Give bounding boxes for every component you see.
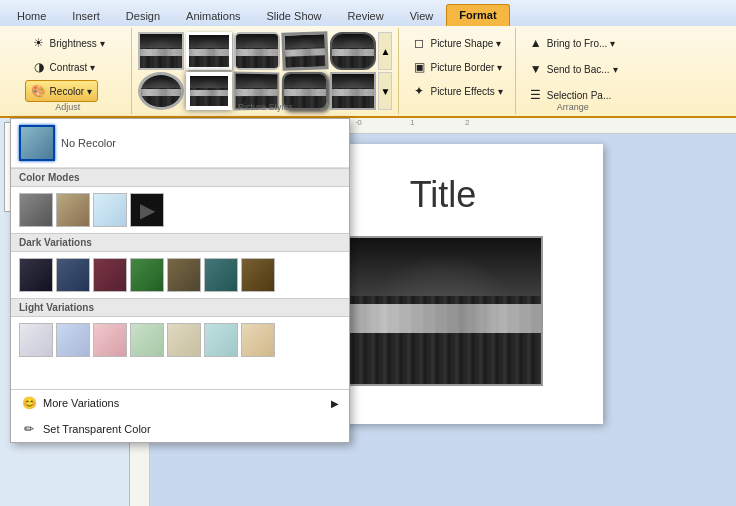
- tab-home[interactable]: Home: [4, 4, 59, 26]
- swatch-light5[interactable]: [167, 323, 201, 357]
- ribbon: ☀ Brightness ▾ ◑ Contrast ▾ 🎨 Recol: [0, 26, 736, 118]
- color-modes-label: Color Modes: [11, 168, 349, 187]
- swatch-dark4[interactable]: [130, 258, 164, 292]
- arrange-label: Arrange: [516, 102, 630, 112]
- shape-icon: ◻: [411, 35, 427, 51]
- picture-styles-label: Picture Styles: [132, 102, 398, 112]
- no-recolor-section: No Recolor: [11, 119, 349, 168]
- tab-insert[interactable]: Insert: [59, 4, 113, 26]
- border-row: ▣ Picture Border ▾: [405, 56, 508, 78]
- brightness-icon: ☀: [31, 35, 47, 51]
- styles-scroll-up[interactable]: ▲: [378, 32, 392, 70]
- more-variations-icon: 😊: [21, 395, 37, 411]
- slide-title: Title: [410, 174, 477, 216]
- light-variations-label: Light Variations: [11, 298, 349, 317]
- set-transparent-icon: ✏: [21, 421, 37, 437]
- swatch-dark3[interactable]: [93, 258, 127, 292]
- border-icon: ▣: [411, 59, 427, 75]
- swatch-light3[interactable]: [93, 323, 127, 357]
- swatch-dark7[interactable]: [241, 258, 275, 292]
- more-variations-label: More Variations: [43, 397, 119, 409]
- send-to-back-button[interactable]: ▼ Send to Bac... ▾: [522, 58, 624, 80]
- swatch-sepia[interactable]: [56, 193, 90, 227]
- bring-to-front-row: ▲ Bring to Fro... ▾: [522, 32, 624, 54]
- swatch-grayscale[interactable]: [19, 193, 53, 227]
- ruler-tick-1: 1: [410, 118, 414, 127]
- no-recolor-thumb[interactable]: [19, 125, 55, 161]
- dark-variations-label: Dark Variations: [11, 233, 349, 252]
- recolor-button[interactable]: 🎨 Recolor ▾: [25, 80, 98, 102]
- slide-image[interactable]: [343, 236, 543, 386]
- light-variations-swatches: [11, 317, 349, 363]
- picture-style-5[interactable]: [330, 32, 376, 70]
- swatch-light4[interactable]: [130, 323, 164, 357]
- swatch-light6[interactable]: [204, 323, 238, 357]
- more-variations-item[interactable]: 😊 More Variations ▶: [11, 390, 349, 416]
- picture-style-1[interactable]: [138, 32, 184, 70]
- swatch-dark1[interactable]: [19, 258, 53, 292]
- ribbon-group-picture-styles: ▲: [132, 28, 399, 114]
- tab-review[interactable]: Review: [335, 4, 397, 26]
- no-recolor-label: No Recolor: [61, 137, 116, 149]
- ribbon-tabs: Home Insert Design Animations Slide Show…: [0, 0, 736, 26]
- ruler-tick-0: ·0: [355, 118, 362, 127]
- swatch-dark2[interactable]: [56, 258, 90, 292]
- tab-slideshow[interactable]: Slide Show: [254, 4, 335, 26]
- tab-design[interactable]: Design: [113, 4, 173, 26]
- color-modes-swatches: ▶: [11, 187, 349, 233]
- forest-image: [345, 238, 541, 384]
- bring-front-icon: ▲: [528, 35, 544, 51]
- dropdown-scroll[interactable]: No Recolor Color Modes ▶ Dark Variations: [11, 119, 349, 389]
- app-container: Home Insert Design Animations Slide Show…: [0, 0, 736, 506]
- set-transparent-item[interactable]: ✏ Set Transparent Color: [11, 416, 349, 442]
- tab-animations[interactable]: Animations: [173, 4, 253, 26]
- picture-shape-button[interactable]: ◻ Picture Shape ▾: [405, 32, 507, 54]
- swatch-washout[interactable]: [93, 193, 127, 227]
- picture-effects-button[interactable]: ✦ Picture Effects ▾: [405, 80, 508, 102]
- swatch-dark5[interactable]: [167, 258, 201, 292]
- effects-icon: ✦: [411, 83, 427, 99]
- swatch-black[interactable]: ▶: [130, 193, 164, 227]
- picture-options-content: ◻ Picture Shape ▾ ▣ Picture Border ▾ ✦: [405, 30, 508, 118]
- border-label: Picture Border: [430, 62, 494, 73]
- tab-format[interactable]: Format: [446, 4, 509, 26]
- brightness-button[interactable]: ☀ Brightness ▾: [25, 32, 111, 54]
- adjust-row-2: ◑ Contrast ▾: [25, 56, 111, 78]
- send-to-back-row: ▼ Send to Bac... ▾: [522, 58, 624, 80]
- bring-to-front-button[interactable]: ▲ Bring to Fro... ▾: [522, 32, 622, 54]
- tab-view[interactable]: View: [397, 4, 447, 26]
- ribbon-group-picture-options: ◻ Picture Shape ▾ ▣ Picture Border ▾ ✦: [399, 28, 515, 114]
- more-variations-arrow: ▶: [331, 398, 339, 409]
- picture-style-3[interactable]: [234, 32, 280, 70]
- send-back-icon: ▼: [528, 61, 544, 77]
- swatch-light7[interactable]: [241, 323, 275, 357]
- shape-row: ◻ Picture Shape ▾: [405, 32, 508, 54]
- contrast-button[interactable]: ◑ Contrast ▾: [25, 56, 102, 78]
- recolor-icon: 🎨: [31, 83, 47, 99]
- swatch-dark6[interactable]: [204, 258, 238, 292]
- selection-icon: ☰: [528, 87, 544, 103]
- dropdown-footer: 😊 More Variations ▶ ✏ Set Transparent Co…: [11, 389, 349, 442]
- effects-row: ✦ Picture Effects ▾: [405, 80, 508, 102]
- adjust-label: Adjust: [4, 102, 131, 112]
- set-transparent-label: Set Transparent Color: [43, 423, 151, 435]
- picture-style-4[interactable]: [282, 31, 329, 71]
- swatch-light2[interactable]: [56, 323, 90, 357]
- adjust-row-3: 🎨 Recolor ▾: [25, 80, 111, 102]
- ribbon-group-adjust: ☀ Brightness ▾ ◑ Contrast ▾ 🎨 Recol: [4, 28, 132, 114]
- adjust-row-1: ☀ Brightness ▾: [25, 32, 111, 54]
- contrast-icon: ◑: [31, 59, 47, 75]
- picture-border-button[interactable]: ▣ Picture Border ▾: [405, 56, 508, 78]
- recolor-dropdown: No Recolor Color Modes ▶ Dark Variations: [10, 118, 350, 443]
- swatch-light1[interactable]: [19, 323, 53, 357]
- ribbon-group-arrange: ▲ Bring to Fro... ▾ ▼ Send to Bac... ▾ ☰: [516, 28, 630, 114]
- picture-styles-row: ▲: [138, 32, 392, 70]
- picture-style-2[interactable]: [186, 32, 232, 70]
- ruler-tick-2: 2: [465, 118, 469, 127]
- dark-variations-swatches: [11, 252, 349, 298]
